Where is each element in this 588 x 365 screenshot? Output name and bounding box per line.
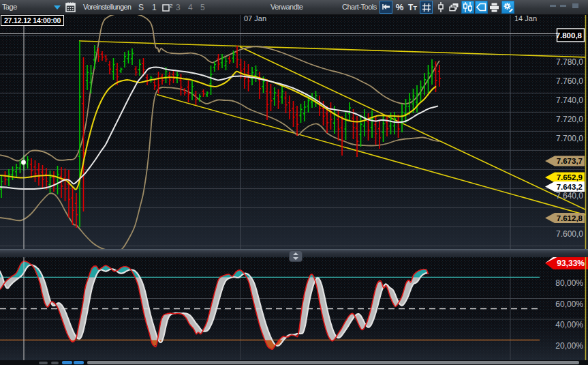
svg-text:7.643,2: 7.643,2 xyxy=(557,183,583,191)
svg-text:60,00%: 60,00% xyxy=(555,300,583,309)
svg-text:7.673,7: 7.673,7 xyxy=(557,157,583,165)
svg-text:7.720,0: 7.720,0 xyxy=(556,115,583,124)
svg-text:40,00%: 40,00% xyxy=(555,320,583,330)
svg-text:93,33%: 93,33% xyxy=(557,259,585,268)
svg-text:14 Jan: 14 Jan xyxy=(514,14,537,23)
svg-text:7.600,0: 7.600,0 xyxy=(556,229,583,239)
svg-text:80,00%: 80,00% xyxy=(555,278,583,288)
svg-text:7.612,8: 7.612,8 xyxy=(557,214,583,222)
svg-text:7.760,0: 7.760,0 xyxy=(556,76,583,86)
svg-text:7.640,0: 7.640,0 xyxy=(556,191,583,201)
svg-text:2: 2 xyxy=(170,3,173,9)
svg-text:7.700,0: 7.700,0 xyxy=(556,134,583,143)
svg-text:7.780,0: 7.780,0 xyxy=(556,57,583,67)
svg-text:7.800,8: 7.800,8 xyxy=(556,31,583,40)
svg-text:7.740,0: 7.740,0 xyxy=(556,96,583,105)
svg-text:20,00%: 20,00% xyxy=(555,341,583,351)
svg-text:7.652,9: 7.652,9 xyxy=(557,173,583,181)
svg-text:07 Jan: 07 Jan xyxy=(244,14,266,23)
